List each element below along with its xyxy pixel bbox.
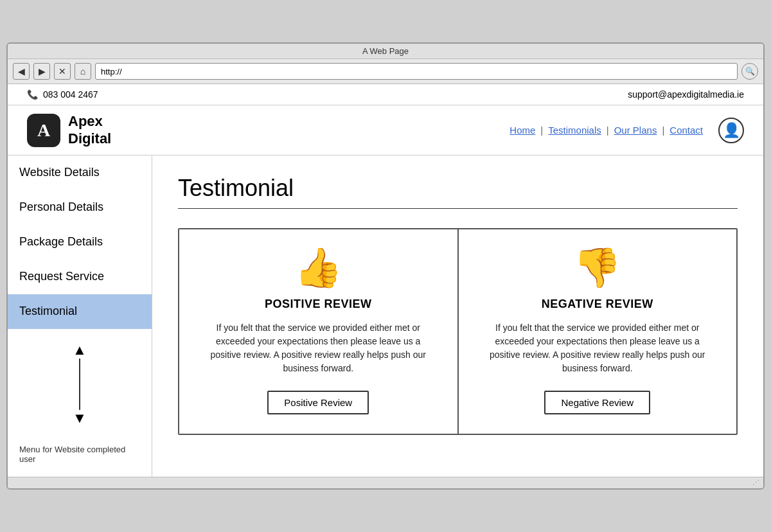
negative-review-description: If you felt that the service we provided…: [484, 321, 711, 375]
phone-number: 083 004 2467: [43, 89, 98, 100]
browser-title: A Web Page: [362, 46, 409, 56]
email-address: support@apexdigitalmedia.ie: [628, 89, 744, 100]
site-nav: Home | Testimonials | Our Plans | Contac…: [504, 125, 708, 136]
user-icon[interactable]: 👤: [718, 118, 744, 143]
nav-testimonials[interactable]: Testimonials: [543, 125, 607, 136]
nav-home[interactable]: Home: [504, 125, 540, 136]
sidebar-item-request-service[interactable]: Request Service: [8, 260, 152, 294]
phone-icon: 📞: [27, 89, 38, 100]
nav-contact[interactable]: Contact: [664, 125, 708, 136]
review-cards: 👍 POSITIVE REVIEW If you felt that the s…: [178, 228, 738, 435]
thumbs-up-icon: 👍: [294, 249, 342, 287]
forward-button[interactable]: ▶: [33, 63, 50, 80]
sidebar-footer-text: Menu for Website completed user: [8, 439, 152, 469]
sidebar-item-testimonial[interactable]: Testimonial: [8, 294, 152, 329]
thumbs-down-icon: 👎: [573, 249, 621, 287]
positive-review-title: POSITIVE REVIEW: [265, 297, 372, 311]
arrow-up-icon[interactable]: ▲: [73, 342, 87, 359]
title-divider: [178, 208, 738, 209]
sidebar: Website Details Personal Details Package…: [8, 155, 152, 477]
main-layout: Website Details Personal Details Package…: [8, 155, 763, 477]
negative-review-button[interactable]: Negative Review: [544, 391, 650, 414]
contact-bar: 📞 083 004 2467 support@apexdigitalmedia.…: [8, 84, 763, 105]
website-content: 📞 083 004 2467 support@apexdigitalmedia.…: [8, 84, 763, 477]
phone-area: 📞 083 004 2467: [27, 89, 98, 100]
sidebar-item-package-details[interactable]: Package Details: [8, 225, 152, 260]
browser-toolbar: ◀ ▶ ✕ ⌂ 🔍: [8, 59, 763, 84]
negative-review-card: 👎 NEGATIVE REVIEW If you felt that the s…: [459, 229, 737, 434]
site-header: A ApexDigital Home | Testimonials | Our …: [8, 105, 763, 155]
main-content: Testimonial 👍 POSITIVE REVIEW If you fel…: [152, 155, 763, 477]
search-button[interactable]: 🔍: [741, 63, 758, 80]
sidebar-item-personal-details[interactable]: Personal Details: [8, 190, 152, 225]
browser-titlebar: A Web Page: [8, 44, 763, 59]
home-button[interactable]: ⌂: [75, 63, 91, 80]
positive-review-button[interactable]: Positive Review: [267, 391, 369, 414]
browser-statusbar: ⋰: [8, 477, 763, 488]
nav-our-plans[interactable]: Our Plans: [609, 125, 662, 136]
brand-name: ApexDigital: [68, 113, 111, 147]
sidebar-item-website-details[interactable]: Website Details: [8, 155, 152, 190]
arrow-down-icon[interactable]: ▼: [73, 410, 87, 427]
page-title: Testimonial: [178, 175, 738, 202]
positive-review-card: 👍 POSITIVE REVIEW If you felt that the s…: [179, 229, 459, 434]
positive-review-description: If you felt that the service we provided…: [205, 321, 432, 375]
negative-review-title: NEGATIVE REVIEW: [542, 297, 653, 311]
close-button[interactable]: ✕: [54, 63, 71, 80]
back-button[interactable]: ◀: [13, 63, 30, 80]
logo-area: A ApexDigital: [27, 113, 111, 147]
logo-icon: A: [27, 114, 60, 147]
logo-letter: A: [37, 120, 50, 141]
sidebar-arrow-area: ▲ ▼: [8, 329, 152, 439]
browser-window: A Web Page ◀ ▶ ✕ ⌂ 🔍 📞 083 004 2467 supp…: [6, 42, 765, 490]
arrow-line: [79, 359, 80, 410]
address-bar[interactable]: [95, 63, 738, 80]
resize-grip: ⋰: [752, 479, 759, 487]
